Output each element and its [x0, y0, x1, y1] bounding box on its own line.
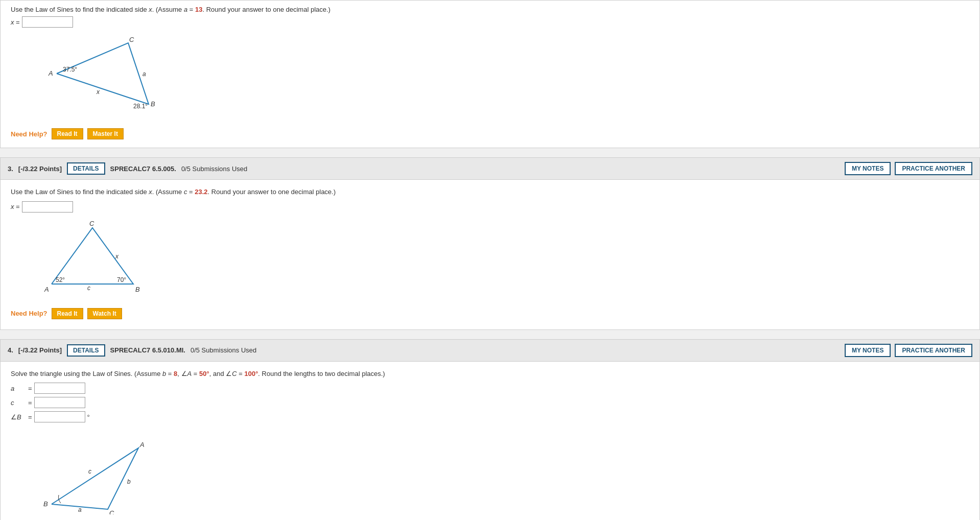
svg-text:A: A	[48, 69, 53, 77]
svg-text:b: b	[127, 478, 131, 485]
q4-diagram: B A C c b a	[41, 428, 969, 516]
q4-red-value1: 8	[174, 370, 177, 377]
q4-red-value2: 50°	[199, 370, 209, 377]
question-3-header: 3. [-/3.22 Points] DETAILS SPRECALC7 6.5…	[1, 158, 979, 180]
q4-submissions: 0/5 Submissions Used	[190, 346, 256, 354]
q3-details-button[interactable]: DETAILS	[67, 162, 105, 175]
svg-text:c: c	[88, 468, 91, 475]
q4-my-notes-button[interactable]: MY NOTES	[845, 344, 891, 357]
q4-number: 4.	[8, 346, 13, 354]
svg-text:B: B	[151, 100, 155, 108]
partial-problem-text: Use the Law of Sines to find the indicat…	[11, 6, 969, 13]
q4-header-right: MY NOTES PRACTICE ANOTHER	[845, 344, 972, 357]
q4-c-equals: =	[28, 399, 32, 407]
svg-text:37.5°: 37.5°	[63, 66, 77, 73]
svg-text:x: x	[115, 253, 119, 260]
svg-text:B: B	[43, 500, 48, 508]
q3-x-input[interactable]	[22, 201, 73, 212]
partial-master-it-button[interactable]: Master It	[87, 128, 124, 139]
partial-need-help-label: Need Help?	[11, 130, 47, 138]
svg-text:a: a	[142, 70, 146, 78]
q3-need-help-label: Need Help?	[11, 310, 47, 317]
partial-read-it-button[interactable]: Read It	[52, 128, 83, 139]
svg-text:A: A	[44, 286, 49, 293]
q4-practice-another-button[interactable]: PRACTICE ANOTHER	[895, 344, 972, 357]
q4-red-value3: 100°	[244, 370, 258, 377]
question-4-header: 4. [-/3.22 Points] DETAILS SPRECALC7 6.5…	[1, 340, 979, 362]
q4-c-row: c =	[11, 397, 969, 408]
svg-text:C: C	[109, 509, 114, 514]
q3-red-value: 23.2	[195, 188, 207, 196]
svg-text:C: C	[89, 220, 94, 227]
q4-angleB-row: ∠B = °	[11, 411, 969, 422]
svg-text:A: A	[139, 441, 145, 448]
triangle2-svg: A C B 52° 70° x c	[41, 218, 144, 299]
svg-text:c: c	[87, 285, 90, 292]
q3-code: SPRECALC7 6.5.005.	[110, 165, 176, 173]
q3-points: [-/3.22 Points]	[18, 165, 62, 173]
q3-x-label: x =	[11, 203, 20, 210]
q4-a-input[interactable]	[34, 383, 85, 394]
q4-details-button[interactable]: DETAILS	[67, 344, 105, 357]
q4-a-label: a	[11, 385, 26, 392]
partial-question-block: Use the Law of Sines to find the indicat…	[0, 0, 980, 148]
svg-text:28.1°: 28.1°	[133, 103, 148, 110]
svg-text:C: C	[129, 36, 134, 43]
q4-angleB-equals: =	[28, 413, 32, 421]
question-3-body: Use the Law of Sines to find the indicat…	[1, 180, 979, 329]
q4-code: SPRECALC7 6.5.010.MI.	[110, 346, 185, 354]
q4-angleB-input[interactable]	[34, 411, 85, 422]
svg-text:a: a	[78, 506, 82, 513]
q4-points: [-/3.22 Points]	[18, 346, 62, 354]
q3-my-notes-button[interactable]: MY NOTES	[845, 162, 891, 175]
q3-read-it-button[interactable]: Read It	[52, 308, 83, 319]
partial-diagram: A C B 37.5° 28.1° x a	[41, 33, 969, 121]
svg-text:70°: 70°	[117, 276, 126, 283]
triangle3-svg: B A C c b a	[41, 428, 154, 514]
q3-problem-text: Use the Law of Sines to find the indicat…	[11, 187, 969, 197]
triangle1-svg: A C B 37.5° 28.1° x a	[41, 33, 164, 120]
q4-c-label: c	[11, 399, 26, 407]
partial-answer-row: x =	[11, 16, 969, 28]
partial-x-label: x =	[11, 18, 20, 26]
q3-need-help: Need Help? Read It Watch It	[11, 308, 969, 319]
question-4-body: Solve the triangle using the Law of Sine…	[1, 362, 979, 521]
q4-a-equals: =	[28, 385, 32, 392]
q3-practice-another-button[interactable]: PRACTICE ANOTHER	[895, 162, 972, 175]
svg-text:52°: 52°	[56, 276, 65, 283]
partial-need-help: Need Help? Read It Master It	[11, 128, 969, 139]
q3-answer-row: x =	[11, 201, 969, 212]
q3-header-right: MY NOTES PRACTICE ANOTHER	[845, 162, 972, 175]
partial-x-input[interactable]	[22, 16, 73, 28]
partial-red-value: 13	[195, 6, 202, 13]
q4-angleB-label: ∠B	[11, 413, 26, 421]
svg-text:x: x	[96, 88, 100, 96]
svg-text:B: B	[135, 286, 140, 293]
q4-problem-text: Solve the triangle using the Law of Sine…	[11, 369, 969, 379]
question-4-block: 4. [-/3.22 Points] DETAILS SPRECALC7 6.5…	[0, 339, 980, 521]
question-3-block: 3. [-/3.22 Points] DETAILS SPRECALC7 6.5…	[0, 157, 980, 330]
q3-diagram: A C B 52° 70° x c	[41, 218, 969, 301]
q4-a-row: a =	[11, 383, 969, 394]
q3-submissions: 0/5 Submissions Used	[181, 165, 247, 173]
q3-watch-it-button[interactable]: Watch It	[87, 308, 122, 319]
q3-number: 3.	[8, 165, 13, 173]
q4-c-input[interactable]	[34, 397, 85, 408]
degree-symbol: °	[87, 413, 90, 421]
